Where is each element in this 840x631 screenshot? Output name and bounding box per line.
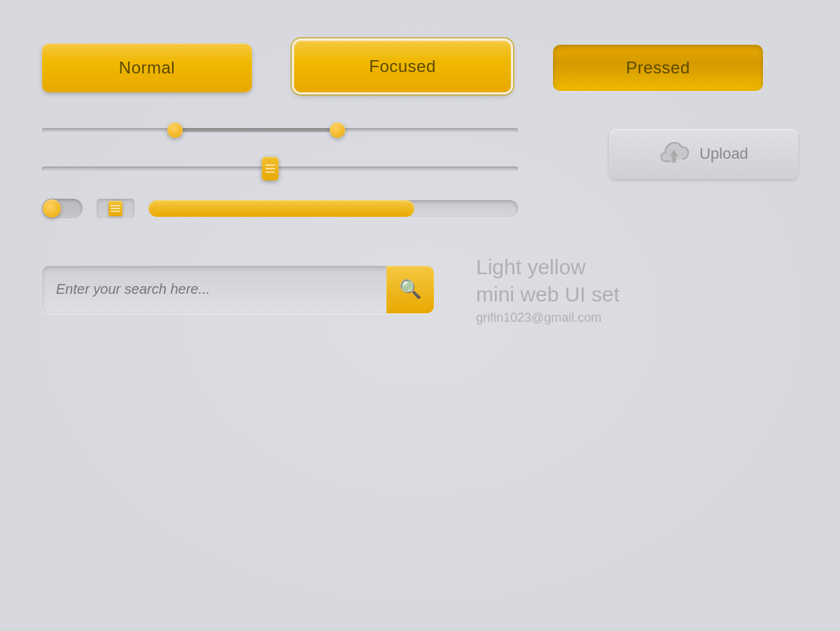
slider-fill-1	[175, 128, 337, 132]
sliders-upload-row: Upload	[42, 122, 798, 218]
search-input[interactable]	[42, 266, 386, 313]
toggle-progress-row	[42, 199, 518, 218]
grip-line-1	[265, 164, 275, 166]
progress-fill	[148, 200, 414, 217]
search-button[interactable]: 🔍	[386, 266, 434, 313]
small-grip-1	[111, 205, 120, 206]
buttons-row: Normal Focused Pressed	[42, 42, 798, 94]
upload-label: Upload	[699, 145, 748, 163]
slider-handle-right[interactable]	[330, 122, 345, 138]
small-grip-3	[111, 211, 120, 212]
brand-email: grifin1023@gmail.com	[476, 311, 620, 325]
focused-button[interactable]: Focused	[294, 41, 511, 92]
pressed-button[interactable]: Pressed	[553, 45, 763, 91]
brand-title: Light yellow mini web UI set	[476, 253, 620, 308]
toggle-knob	[43, 199, 61, 218]
grip-line-3	[265, 171, 275, 173]
progress-bar	[148, 200, 518, 217]
slider-track-1	[42, 128, 518, 132]
small-handle	[108, 201, 122, 216]
sliders-section	[42, 122, 518, 218]
rect-slider[interactable]	[42, 158, 518, 179]
search-icon: 🔍	[399, 278, 421, 300]
slider-track-2	[42, 166, 518, 171]
dual-range-slider[interactable]	[42, 122, 518, 139]
brand-text: Light yellow mini web UI set grifin1023@…	[476, 253, 620, 325]
toggle-switch[interactable]	[42, 199, 83, 218]
small-toggle[interactable]	[97, 199, 134, 218]
small-grip-2	[111, 208, 120, 209]
cloud-upload-icon	[659, 141, 690, 166]
slider-handle-rect[interactable]	[262, 157, 279, 180]
upload-section: Upload	[609, 129, 798, 179]
grip-line-2	[265, 168, 275, 169]
search-container: 🔍	[42, 266, 434, 313]
slider-handle-left[interactable]	[167, 122, 183, 138]
upload-button[interactable]: Upload	[609, 129, 798, 179]
normal-button[interactable]: Normal	[42, 43, 252, 92]
search-brand-row: 🔍 Light yellow mini web UI set grifin102…	[42, 253, 798, 325]
